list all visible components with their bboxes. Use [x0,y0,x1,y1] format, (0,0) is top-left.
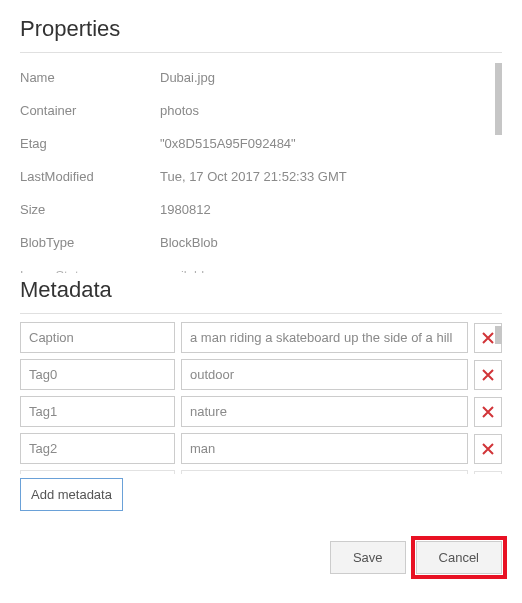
delete-metadata-button[interactable] [474,471,502,475]
cancel-button[interactable]: Cancel [416,541,502,574]
divider [20,313,502,314]
metadata-row [20,396,502,427]
metadata-key-input[interactable] [20,433,175,464]
footer: Save Cancel [0,523,522,574]
property-row: Container photos [20,94,502,127]
save-button[interactable]: Save [330,541,406,574]
property-value: 1980812 [160,202,502,217]
metadata-row [20,359,502,390]
properties-title: Properties [20,16,502,42]
close-icon [481,442,495,456]
property-row: LeaseState available [20,259,502,273]
metadata-value-input[interactable] [181,433,468,464]
property-key: LastModified [20,169,160,184]
property-value: photos [160,103,502,118]
scrollbar[interactable] [495,326,502,344]
close-icon [481,405,495,419]
metadata-title: Metadata [20,277,502,303]
divider [20,52,502,53]
metadata-row [20,470,502,474]
metadata-key-input[interactable] [20,359,175,390]
metadata-key-input[interactable] [20,396,175,427]
close-icon [481,368,495,382]
delete-metadata-button[interactable] [474,397,502,427]
metadata-value-input[interactable] [181,470,468,474]
property-row: LastModified Tue, 17 Oct 2017 21:52:33 G… [20,160,502,193]
property-key: Etag [20,136,160,151]
property-row: Name Dubai.jpg [20,61,502,94]
property-value: BlockBlob [160,235,502,250]
metadata-key-input[interactable] [20,322,175,353]
metadata-value-input[interactable] [181,322,468,353]
property-value: Tue, 17 Oct 2017 21:52:33 GMT [160,169,502,184]
property-value: available [160,268,502,273]
metadata-row [20,322,502,353]
properties-list: Name Dubai.jpg Container photos Etag "0x… [20,61,502,273]
property-key: Container [20,103,160,118]
delete-metadata-button[interactable] [474,360,502,390]
add-metadata-button[interactable]: Add metadata [20,478,123,511]
metadata-list [20,322,502,474]
property-key: Size [20,202,160,217]
property-row: Etag "0x8D515A95F092484" [20,127,502,160]
property-key: Name [20,70,160,85]
property-row: BlobType BlockBlob [20,226,502,259]
close-icon [481,331,495,345]
property-key: LeaseState [20,268,160,273]
scrollbar[interactable] [495,63,502,135]
metadata-key-input[interactable] [20,470,175,474]
property-row: Size 1980812 [20,193,502,226]
delete-metadata-button[interactable] [474,434,502,464]
metadata-row [20,433,502,464]
metadata-value-input[interactable] [181,396,468,427]
property-key: BlobType [20,235,160,250]
metadata-value-input[interactable] [181,359,468,390]
property-value: "0x8D515A95F092484" [160,136,502,151]
property-value: Dubai.jpg [160,70,502,85]
